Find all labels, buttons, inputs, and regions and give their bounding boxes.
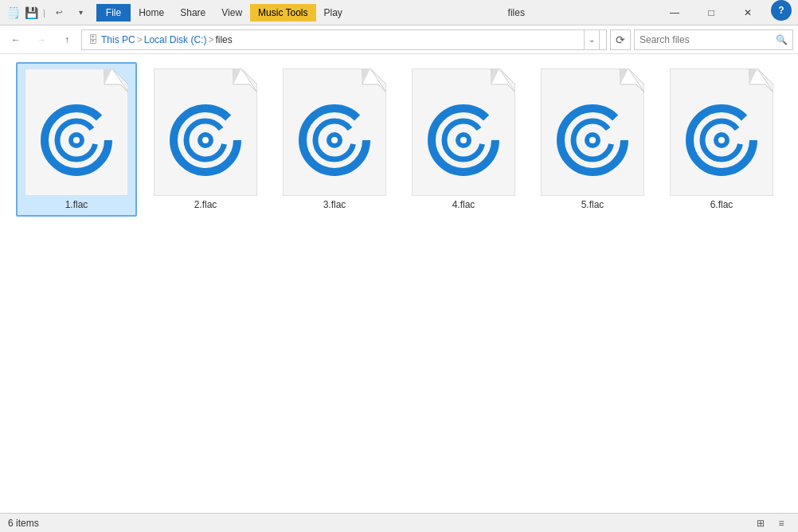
file-name: 1.flac xyxy=(65,199,88,210)
svg-point-20 xyxy=(331,137,338,143)
app-icons: 🗒️ 💾 | ↩ ▾ xyxy=(6,4,90,22)
file-item[interactable]: 5.flac xyxy=(532,62,653,217)
window-title: files xyxy=(376,7,656,18)
tab-home[interactable]: Home xyxy=(131,4,172,22)
file-icon xyxy=(541,68,644,196)
file-item[interactable]: 2.flac xyxy=(145,62,266,217)
file-icon xyxy=(283,68,386,196)
file-name: 6.flac xyxy=(710,199,733,210)
file-item[interactable]: 6.flac xyxy=(661,62,782,217)
tab-share[interactable]: Share xyxy=(172,4,213,22)
status-bar: 6 items ⊞ ≡ xyxy=(0,513,798,532)
tab-music-tools[interactable]: Music Tools xyxy=(250,4,315,22)
tab-play[interactable]: Play xyxy=(316,4,350,22)
back-button[interactable]: ← xyxy=(5,29,27,51)
item-count: 6 items xyxy=(8,518,39,529)
svg-point-34 xyxy=(589,137,596,143)
breadcrumb-local-disk[interactable]: Local Disk (C:) xyxy=(144,34,207,45)
svg-point-13 xyxy=(202,137,209,143)
breadcrumb-current: files xyxy=(215,34,232,45)
title-bar: 🗒️ 💾 | ↩ ▾ File Home Share View Music To… xyxy=(0,0,798,25)
file-name: 2.flac xyxy=(194,199,217,210)
ribbon-tabs: File Home Share View Music Tools Play xyxy=(96,4,377,22)
search-icon: 🔍 xyxy=(776,34,788,45)
view-controls: ⊞ ≡ xyxy=(752,514,790,532)
tab-view[interactable]: View xyxy=(213,4,250,22)
address-bar: ← → ↑ 🗄 This PC > Local Disk (C:) > file… xyxy=(0,25,798,54)
quick-access-dropdown[interactable]: ▾ xyxy=(72,4,90,22)
file-icon xyxy=(154,68,257,196)
maximize-button[interactable]: □ xyxy=(693,0,730,25)
close-button[interactable]: ✕ xyxy=(730,0,766,25)
file-item[interactable]: 1.flac xyxy=(16,62,137,217)
help-button[interactable]: ? xyxy=(771,0,792,21)
file-name: 3.flac xyxy=(323,199,346,210)
file-icon xyxy=(412,68,515,196)
svg-point-27 xyxy=(460,137,467,143)
up-button[interactable]: ↑ xyxy=(56,29,78,51)
window-controls: — □ ✕ ? xyxy=(656,0,792,25)
large-icon-view-btn[interactable]: ⊞ xyxy=(752,514,769,532)
detail-view-btn[interactable]: ≡ xyxy=(773,514,790,532)
file-name: 5.flac xyxy=(581,199,604,210)
file-name: 4.flac xyxy=(452,199,475,210)
breadcrumb-this-pc[interactable]: This PC xyxy=(101,34,135,45)
file-grid: 1.flac 2.flac xyxy=(16,62,782,217)
file-item[interactable]: 3.flac xyxy=(274,62,395,217)
file-icon xyxy=(670,68,773,196)
content-area: 1.flac 2.flac xyxy=(0,54,798,513)
minimize-button[interactable]: — xyxy=(656,0,693,25)
refresh-button[interactable]: ⟳ xyxy=(610,29,631,50)
address-box[interactable]: 🗄 This PC > Local Disk (C:) > files ⌄ xyxy=(81,29,607,50)
svg-point-41 xyxy=(718,137,725,143)
forward-button[interactable]: → xyxy=(30,29,53,51)
quick-access-back[interactable]: ↩ xyxy=(50,4,68,22)
file-icon xyxy=(25,68,128,196)
address-chevron[interactable]: ⌄ xyxy=(584,29,600,50)
file-item[interactable]: 4.flac xyxy=(403,62,524,217)
search-box[interactable]: 🔍 xyxy=(634,29,793,50)
svg-point-6 xyxy=(73,137,80,143)
tab-file[interactable]: File xyxy=(96,4,131,22)
search-input[interactable] xyxy=(640,34,776,45)
